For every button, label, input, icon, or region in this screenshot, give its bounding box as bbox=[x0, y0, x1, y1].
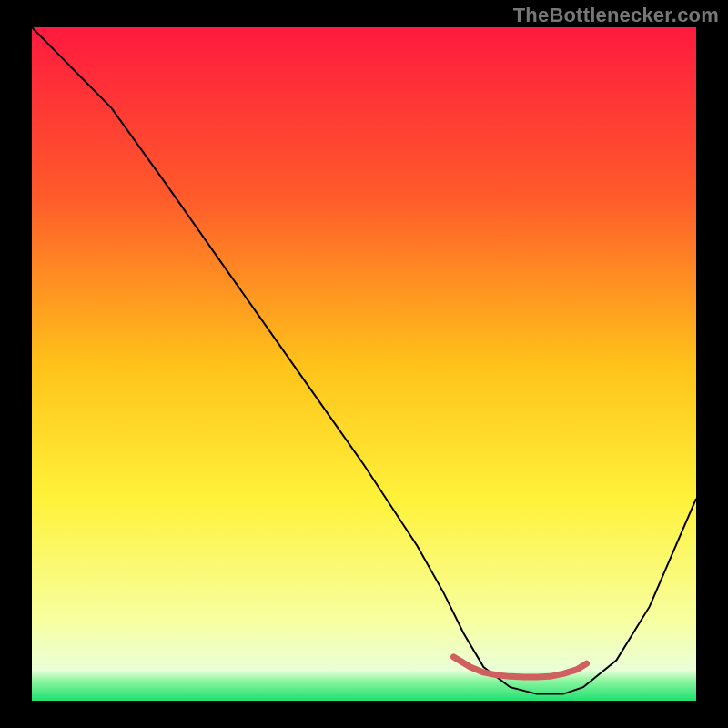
chart-container: TheBottleneсker.com bbox=[0, 0, 728, 728]
chart-svg bbox=[32, 27, 696, 701]
watermark-text: TheBottleneсker.com bbox=[513, 4, 719, 27]
gradient-background bbox=[32, 27, 696, 701]
